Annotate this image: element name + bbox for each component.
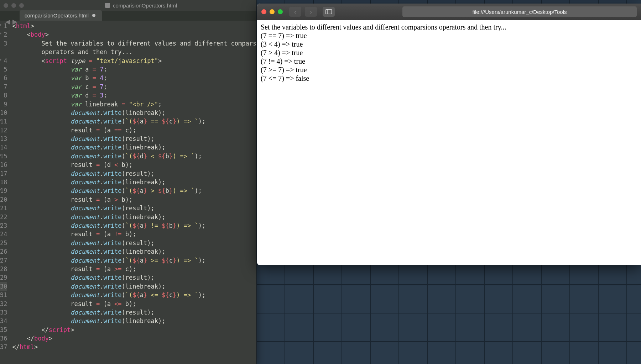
- svg-rect-0: [326, 10, 332, 14]
- browser-forward-button[interactable]: ›: [305, 7, 317, 17]
- browser-traffic-lights[interactable]: [261, 9, 283, 14]
- output-line: (7 != 4) => true: [261, 57, 637, 65]
- code-area[interactable]: 1234567891011121314151617181920212223242…: [0, 21, 256, 364]
- browser-sidebar-button[interactable]: [323, 7, 335, 17]
- browser-window: ‹ › file:///Users/arunkumar_c/Desktop/To…: [257, 4, 641, 265]
- output-line: (7 <= 7) => false: [261, 74, 637, 83]
- line-number-gutter: 1234567891011121314151617181920212223242…: [0, 21, 12, 364]
- output-line: (7 > 4) => true: [261, 48, 637, 57]
- browser-toolbar[interactable]: ‹ › file:///Users/arunkumar_c/Desktop/To…: [257, 4, 641, 20]
- maximize-icon[interactable]: [278, 9, 283, 14]
- url-text: file:///Users/arunkumar_c/Desktop/Tools: [472, 9, 567, 15]
- close-icon[interactable]: [261, 9, 266, 14]
- browser-content: Set the variables to different values an…: [257, 20, 641, 265]
- browser-back-button[interactable]: ‹: [289, 7, 301, 17]
- browser-url-bar[interactable]: file:///Users/arunkumar_c/Desktop/Tools: [402, 6, 637, 17]
- code-content[interactable]: <html> <body> Set the variables to diffe…: [12, 21, 256, 364]
- editor-title: comparisionOperators.html: [113, 2, 177, 9]
- output-line: (7 == 7) => true: [261, 31, 637, 40]
- tab-label: comparisionOperators.html: [25, 12, 89, 19]
- output-line: (3 < 4) => true: [261, 40, 637, 48]
- tab-dirty-icon: [92, 14, 95, 17]
- nav-forward-icon[interactable]: ▶: [12, 18, 17, 26]
- output-line: (7 >= 7) => true: [261, 65, 637, 74]
- file-icon: [105, 3, 110, 8]
- editor-traffic-lights[interactable]: [4, 3, 24, 8]
- editor-tab[interactable]: comparisionOperators.html: [20, 10, 102, 21]
- output-line: Set the variables to different values an…: [261, 23, 637, 31]
- close-icon[interactable]: [4, 3, 8, 8]
- minimize-icon[interactable]: [270, 9, 275, 14]
- editor-window: comparisionOperators.html ◀ ▶ comparisio…: [0, 0, 256, 364]
- minimize-icon[interactable]: [11, 3, 16, 8]
- maximize-icon[interactable]: [19, 3, 24, 8]
- editor-titlebar[interactable]: comparisionOperators.html: [0, 0, 256, 11]
